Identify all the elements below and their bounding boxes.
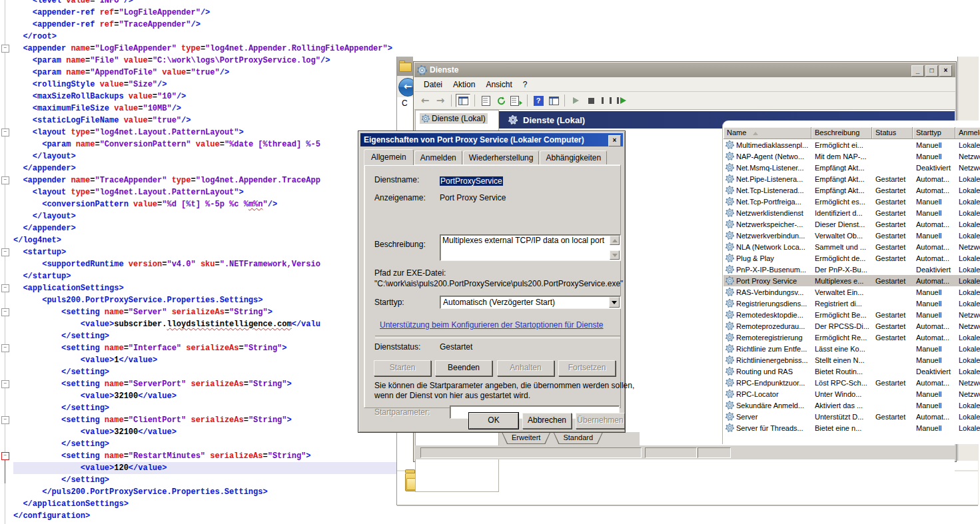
service-row-net-msmq-listener-[interactable]: Net.Msmq-Listener...Empfängt Akt...Deakt…	[724, 162, 980, 173]
service-row-richtlinie-zum-entfe-[interactable]: Richtlinie zum Entfe...Lässt eine Ko...M…	[724, 343, 980, 354]
pause-service-icon[interactable]	[600, 95, 613, 107]
dialog-tab-abhaengigkeiten[interactable]: Abhängigkeiten	[540, 150, 607, 164]
desc-scroll-down[interactable]	[610, 250, 620, 260]
service-row-registrierungsdiens-[interactable]: Registrierungsdiens...Registriert di...M…	[724, 298, 980, 309]
refresh-icon[interactable]	[494, 95, 508, 107]
code-line: </setting>	[13, 474, 396, 486]
service-name: Remoteregistrierung	[736, 334, 803, 342]
code-fold-toggle[interactable]: −	[1, 284, 9, 292]
code-line: <setting name="Server" serializeAs="Stri…	[13, 306, 396, 318]
startoptions-help-link[interactable]: Unterstützung beim Konfigurieren der Sta…	[380, 320, 604, 330]
tree-item-dienste-lokal[interactable]: Dienste (Lokal)	[420, 113, 488, 124]
dialog-tab-anmelden[interactable]: Anmelden	[414, 150, 462, 164]
service-row-net-pipe-listenera-[interactable]: Net.Pipe-Listenera...Empfängt Akt...Gest…	[724, 173, 980, 184]
service-row-remoteregistrierung[interactable]: RemoteregistrierungErmöglicht Re...Gesta…	[724, 332, 980, 343]
service-row-port-proxy-service[interactable]: Port Proxy ServiceMultiplexes e...Gestar…	[724, 275, 980, 286]
service-row-rpc-endpunktzuor-[interactable]: RPC-Endpunktzuor...Löst RPC-Sch...Gestar…	[724, 377, 980, 388]
forward-icon[interactable]: →	[434, 95, 447, 107]
code-fold-toggle[interactable]: −	[1, 176, 9, 184]
desc-scroll-up[interactable]	[610, 236, 620, 245]
close-button[interactable]: ×	[939, 65, 952, 77]
code-fold-toggle-active[interactable]: −	[1, 452, 9, 460]
column-header-beschreibung[interactable]: Beschreibung	[811, 127, 872, 139]
service-row-netzwerkspeicher-[interactable]: Netzwerkspeicher-...Dieser Dienst...Gest…	[724, 218, 980, 230]
service-row-netzwerklistendienst[interactable]: NetzwerklistendienstIdentifiziert d...Ge…	[724, 207, 980, 218]
starttyp-dropdown[interactable]: Automatisch (Verzögerter Start)	[440, 296, 621, 309]
abbrechen-button[interactable]: Abbrechen	[522, 413, 572, 429]
service-gear-icon	[726, 423, 734, 432]
service-row-net-tcp-listenerad-[interactable]: Net.Tcp-Listenerad...Empfängt Akt...Gest…	[724, 184, 980, 196]
stop-service-icon[interactable]	[584, 95, 598, 107]
service-gear-icon	[726, 152, 734, 160]
code-fold-toggle[interactable]: −	[1, 45, 9, 53]
beenden-button[interactable]: Beenden	[435, 360, 492, 376]
service-logon-as: Netzwerkdienst	[955, 164, 980, 172]
service-row-multimediaklassenpl-[interactable]: Multimediaklassenpl...Ermöglicht ei...Ma…	[724, 139, 980, 150]
view-tab-erweitert[interactable]: Erweitert	[502, 432, 550, 444]
service-name: Registrierungsdiens...	[736, 300, 807, 308]
back-icon[interactable]: ←	[418, 95, 432, 107]
code-fold-toggle[interactable]: −	[1, 380, 9, 388]
services-titlebar[interactable]: Dienste _ □ ×	[414, 63, 955, 77]
service-row-remotedesktopdie-[interactable]: Remotedesktopdie...Ermöglicht Be...Gesta…	[724, 309, 980, 320]
service-row-remoteprozedurau-[interactable]: Remoteprozedurau...Der RPCSS-Di...Gestar…	[724, 320, 980, 332]
code-line: <value>1</value>	[13, 354, 396, 366]
service-gear-icon	[726, 344, 734, 353]
code-fold-toggle[interactable]: −	[1, 344, 9, 352]
code-fold-toggle[interactable]: −	[1, 416, 9, 424]
service-row-ras-verbindungsv-[interactable]: RAS-Verbindungsv...Verwaltet Ein...Manue…	[724, 286, 980, 298]
dropdown-button[interactable]	[609, 297, 620, 308]
service-row-net-tcp-portfreiga-[interactable]: Net.Tcp-Portfreiga...Ermöglicht es...Ges…	[724, 196, 980, 207]
export-list-icon[interactable]	[510, 95, 523, 107]
beschreibung-textbox[interactable]: Multiplexes external TCP/IP data on loca…	[440, 234, 621, 261]
service-name: NAP-Agent (Netwo...	[736, 152, 804, 160]
code-fold-toggle[interactable]: −	[1, 129, 9, 136]
code-line: <appender-ref ref="LogFileAppender"/>	[13, 7, 396, 19]
service-description: Ermöglicht Re...	[811, 334, 872, 342]
service-status: Gestartet	[872, 379, 913, 387]
service-row-server-f-r-threads-[interactable]: Server für Threads...Bietet eine n...Man…	[724, 422, 980, 433]
service-row-plug-play[interactable]: Plug & PlayErmöglicht de...GestartetAuto…	[724, 252, 980, 264]
service-status: Gestartet	[872, 243, 913, 251]
service-gear-icon	[726, 220, 734, 228]
anzeigename-value: Port Proxy Service	[440, 193, 506, 202]
menu-item-ansicht[interactable]: Ansicht	[480, 79, 517, 91]
code-fold-toggle[interactable]: −	[1, 308, 9, 316]
service-row-sekund-re-anmeld-[interactable]: Sekundäre Anmeld...Aktiviert das ...Manu…	[724, 399, 980, 411]
column-header-starttyp[interactable]: Starttyp	[913, 127, 955, 139]
restart-service-icon[interactable]	[615, 95, 628, 107]
dialog-close-button[interactable]: ×	[608, 135, 621, 146]
menu-item-datei[interactable]: Datei	[418, 79, 448, 91]
service-row-nap-agent-netwo-[interactable]: NAP-Agent (Netwo...Mit dem NAP-...Manuel…	[724, 150, 980, 162]
ok-button[interactable]: OK	[469, 413, 518, 429]
code-fold-toggle[interactable]: −	[1, 248, 9, 256]
help-icon[interactable]: ?	[532, 95, 545, 107]
dialog-titlebar[interactable]: Eigenschaften von Port Proxy Service (Lo…	[360, 133, 623, 146]
maximize-button[interactable]: □	[925, 65, 938, 77]
service-row-pnp-x-ip-busenum-[interactable]: PnP-X-IP-Busenum...Der PnP-X-Bu...Deakti…	[724, 264, 980, 275]
service-row-richtlinienergebniss-[interactable]: Richtlinienergebniss...Stellt einen N...…	[724, 354, 980, 366]
dialog-tab-allgemein[interactable]: Allgemein	[364, 149, 414, 165]
view-tab-standard[interactable]: Standard	[553, 432, 603, 444]
menu-item-help[interactable]: ?	[518, 79, 533, 91]
minimize-button[interactable]: _	[911, 65, 924, 77]
service-row-routing-und-ras[interactable]: Routing und RASBietet Routin...Deaktivie…	[724, 366, 980, 377]
service-status: Gestartet	[872, 334, 913, 342]
service-row-server[interactable]: ServerUnterstützt D...GestartetAutomat..…	[724, 411, 980, 422]
show-console-tree-icon[interactable]	[456, 94, 470, 107]
column-header-name[interactable]: Name	[724, 127, 811, 139]
column-header-status[interactable]: Status	[872, 127, 913, 139]
service-row-nla-network-loca-[interactable]: NLA (Network Loca...Sammelt und ...Gesta…	[724, 241, 980, 252]
extended-view-icon[interactable]	[547, 95, 560, 107]
dialog-tab-wiederherstellung[interactable]: Wiederherstellung	[463, 150, 540, 164]
column-header-anmelden-als[interactable]: Anmelden als	[955, 127, 980, 139]
start-service-icon[interactable]	[569, 95, 582, 107]
code-line: <startup>	[13, 246, 396, 258]
menu-item-aktion[interactable]: Aktion	[448, 79, 480, 91]
properties-icon[interactable]	[479, 95, 492, 107]
service-row-netzwerkverbindun-[interactable]: Netzwerkverbindun...Verwaltet Ob...Gesta…	[724, 230, 980, 241]
service-description: Empfängt Akt...	[811, 164, 872, 172]
service-row-rpc-locator[interactable]: RPC-LocatorUnter Windo...ManuellNetzwerk…	[724, 388, 980, 399]
service-name: Routing und RAS	[736, 368, 793, 376]
service-description: Ermöglicht ei...	[811, 141, 872, 149]
